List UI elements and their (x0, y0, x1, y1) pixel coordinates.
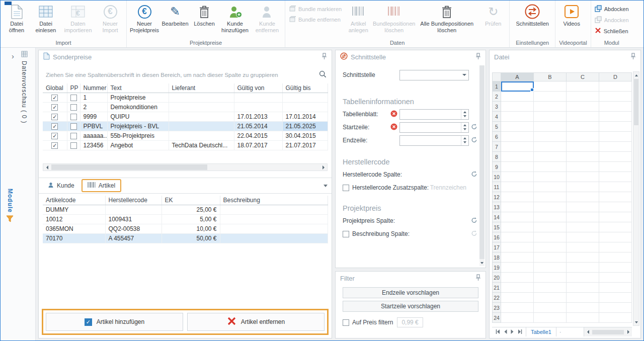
sidebar-tab-datenvorschau[interactable]: Datenvorschau ( 0 ) (21, 51, 28, 123)
tabellenblatt-spinner[interactable] (399, 109, 469, 120)
sheet-cell-A6[interactable] (501, 132, 534, 142)
sheet-cell-C19[interactable] (567, 263, 599, 273)
tab-kunde[interactable]: Kunde (43, 180, 79, 192)
sheet-row-header-6[interactable]: 6 (492, 132, 501, 142)
sheet-cell-A14[interactable] (501, 212, 534, 222)
sheet-cell-C7[interactable] (567, 142, 599, 152)
sheet-cell-D17[interactable] (599, 242, 632, 252)
sheet-column-header-B[interactable]: B (534, 72, 567, 81)
schnittstelle-combobox[interactable] (399, 70, 469, 80)
sheet-cell-B3[interactable] (534, 102, 567, 112)
sidebar-tab-module[interactable]: Module (6, 189, 14, 224)
column-header-pp[interactable]: PP (67, 83, 80, 93)
delete-button[interactable]: Löschen (190, 2, 219, 27)
table-row[interactable]: aaaaaa... 55b-Projektpreis 22.04.2015 30… (43, 131, 328, 141)
spinner-arrows-icon[interactable] (461, 110, 468, 119)
endzeile-spinner[interactable] (399, 135, 469, 146)
sheet-cell-D2[interactable] (599, 92, 632, 102)
sheet-cell-B1[interactable] (534, 81, 567, 92)
sheet-cell-A16[interactable] (501, 232, 534, 242)
scroll-left-icon[interactable] (43, 164, 51, 170)
startzeile-spinner[interactable] (399, 122, 469, 133)
sheet-cell-B8[interactable] (534, 152, 567, 162)
sheet-row-header-2[interactable]: 2 (492, 92, 501, 102)
videos-button[interactable]: Videos (557, 2, 586, 27)
add-customer-button[interactable]: Kunde hinzufügen (219, 2, 251, 34)
column-header-global[interactable]: Global (43, 83, 67, 93)
sheet-tab-menu-icon[interactable]: · (556, 329, 564, 335)
sheet-cell-C18[interactable] (567, 252, 599, 263)
sheet-cell-C2[interactable] (567, 92, 599, 102)
sheet-cell-A24[interactable] (501, 313, 534, 323)
sheet-cell-A2[interactable] (501, 92, 534, 102)
import-data-button[interactable]: € Daten importieren (60, 2, 96, 34)
last-sheet-icon[interactable] (518, 329, 522, 335)
pin-icon[interactable] (475, 53, 481, 61)
sheet-cell-B19[interactable] (534, 263, 567, 273)
next-sheet-icon[interactable] (511, 329, 514, 335)
table-row[interactable]: 2 Demokonditionen (43, 103, 328, 112)
sheet-row-header-16[interactable]: 16 (492, 232, 501, 242)
sheet-cell-D21[interactable] (599, 283, 632, 293)
sheet-cell-B11[interactable] (534, 182, 567, 192)
column-header-beschreibung[interactable]: Beschreibung (220, 196, 328, 205)
sheet-cell-D20[interactable] (599, 273, 632, 283)
read-file-button[interactable]: Datei einlesen (31, 2, 60, 34)
sheet-cell-B24[interactable] (534, 313, 567, 323)
remove-bundle-button[interactable]: Bundle entfernen (289, 16, 342, 23)
sheet-cell-C24[interactable] (567, 313, 599, 323)
sheet-cell-B21[interactable] (534, 283, 567, 293)
sheet-cell-C11[interactable] (567, 182, 599, 192)
sheet-row-header-13[interactable]: 13 (492, 202, 501, 212)
undock-button[interactable]: Abdocken (595, 5, 629, 13)
sheet-row-header-18[interactable]: 18 (492, 252, 501, 263)
sheet-cell-D24[interactable] (599, 313, 632, 323)
pp-checkbox[interactable] (70, 123, 77, 130)
delete-all-bundle-positions-button[interactable]: Alle Bundlepositionen löschen (415, 2, 478, 34)
scroll-up-icon[interactable] (633, 72, 639, 78)
sheet-cell-D8[interactable] (599, 152, 632, 162)
sheet-cell-B9[interactable] (534, 162, 567, 172)
check-button[interactable]: ↻ Prüfen (478, 2, 508, 27)
sheet-cell-C6[interactable] (567, 132, 599, 142)
sheet-row-header-9[interactable]: 9 (492, 162, 501, 172)
open-file-button[interactable]: Datei öffnen (2, 2, 31, 34)
sheet-row-header-7[interactable]: 7 (492, 142, 501, 152)
sheet-row-header-19[interactable]: 19 (492, 263, 501, 273)
sheet-cell-C12[interactable] (567, 192, 599, 202)
sheet-cell-D5[interactable] (599, 122, 632, 132)
chevron-down-icon[interactable] (324, 185, 328, 187)
create-article-button[interactable]: Artikel anlegen (344, 2, 373, 34)
scroll-down-icon[interactable] (633, 319, 639, 325)
table-row[interactable]: 0365MON QQ2-00538 10,00 € (43, 224, 328, 234)
sheet-cell-B4[interactable] (534, 112, 567, 122)
price-filter-value[interactable]: 0,99 € (397, 317, 423, 327)
sheet-cell-B16[interactable] (534, 232, 567, 242)
table-row[interactable]: DUMMY 25,00 € (43, 205, 328, 215)
sheet-cell-A18[interactable] (501, 252, 534, 263)
sheet-cell-B23[interactable] (534, 303, 567, 313)
pp-checkbox[interactable] (70, 142, 77, 149)
remove-article-button[interactable]: Artikel entfernen (187, 313, 325, 331)
column-header-artikelcode[interactable]: Artikelcode (43, 196, 105, 205)
sheet-cell-A20[interactable] (501, 273, 534, 283)
sheet-cell-A10[interactable] (501, 172, 534, 182)
sheet-cell-C20[interactable] (567, 273, 599, 283)
sheet-cell-D15[interactable] (599, 222, 632, 232)
sheet-cell-B5[interactable] (534, 122, 567, 132)
sheet-cell-B7[interactable] (534, 142, 567, 152)
group-by-area[interactable]: Ziehen Sie eine Spaltenüberschrift in di… (39, 63, 332, 81)
table-row[interactable]: 9999 QUIPU 17.01.2013 17.01.2014 (43, 112, 328, 122)
pin-icon[interactable] (321, 53, 327, 61)
scroll-right-icon[interactable] (624, 327, 632, 336)
sheet-column-header-C[interactable]: C (567, 72, 599, 81)
suggest-startzeile-button[interactable]: Startzeile vorschlagen (343, 301, 478, 312)
sheet-cell-D7[interactable] (599, 142, 632, 152)
global-checkbox[interactable] (51, 114, 58, 120)
scroll-right-icon[interactable] (319, 164, 327, 170)
mark-bundle-button[interactable]: Bundle markieren (289, 5, 342, 13)
sheet-cell-D9[interactable] (599, 162, 632, 172)
sheet-cell-C5[interactable] (567, 122, 599, 132)
sheet-row-header-24[interactable]: 24 (492, 313, 501, 323)
sheet-cell-C21[interactable] (567, 283, 599, 293)
